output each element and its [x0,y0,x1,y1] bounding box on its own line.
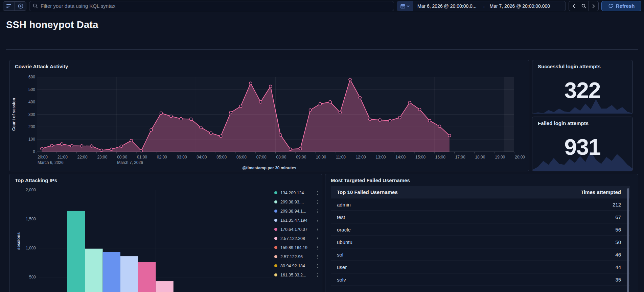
cowrie-x-tick: 05:00 [216,155,227,160]
legend-more-icon[interactable]: ⋮ [314,263,320,268]
bar-161.35.47.194[interactable] [120,256,138,292]
legend-item-2.57.122.208[interactable]: 2.57.122.208⋮ [274,234,320,243]
date-end[interactable]: Mar 7, 2026 @ 20:00:00.000 [486,3,554,9]
legend-item-209.38.94.1...[interactable]: 209.38.94.1...⋮ [274,206,320,216]
cowrie-y-tick: 600 [10,75,35,79]
date-start[interactable]: Mar 6, 2026 @ 20:00:00.0... [413,3,481,9]
bar-209.38.94.1...[interactable] [103,252,120,292]
legend-more-icon[interactable]: ⋮ [314,190,320,195]
calendar-icon [400,4,405,8]
cowrie-x-tick: 07:00 [256,155,267,160]
failed-usernames-table: Top 10 Failed Usernames Times attempted … [331,186,630,292]
topips-y-tick: 500 [11,275,36,279]
date-quick-select-button[interactable] [397,1,413,11]
legend-item-209.38.93....[interactable]: 209.38.93....⋮ [274,197,320,206]
page-title: SSH honeypot Data [6,19,98,30]
legend-more-icon[interactable]: ⋮ [314,236,320,241]
legend-more-icon[interactable]: ⋮ [314,199,320,204]
plus-circle-icon [18,3,23,9]
legend-more-icon[interactable]: ⋮ [314,254,320,259]
legend-more-icon[interactable]: ⋮ [314,245,320,250]
bar-134.209.124...[interactable] [67,211,85,292]
legend-item-2.57.122.96[interactable]: 2.57.122.96⋮ [274,252,320,261]
legend-item-159.89.164.19[interactable]: 159.89.164.19⋮ [274,243,320,252]
legend-label: 80.94.92.184 [280,264,314,268]
table-row: ubuntu50 [331,236,630,248]
legend-more-icon[interactable]: ⋮ [314,227,320,232]
time-zoom-button[interactable] [579,1,589,11]
username-cell: admin [331,202,576,208]
column-header-username[interactable]: Top 10 Failed Usernames [331,189,576,195]
legend-item-161.35.47.194[interactable]: 161.35.47.194⋮ [274,216,320,225]
successful-logins-value: 322 [532,77,632,103]
topips-plot-area[interactable] [39,190,273,292]
page-divider [6,49,638,50]
top-ips-legend: 134.209.124...⋮209.38.93....⋮209.38.94.1… [274,188,320,279]
times-attempted-cell: 35 [576,277,630,283]
bar-170.64.170.37[interactable] [138,262,156,292]
filter-controls [3,1,26,11]
table-row: user44 [331,261,630,273]
panel-most-targeted-usernames: Most Targeted Failed Usernames Top 10 Fa… [325,174,638,292]
legend-color-dot [274,228,277,231]
legend-color-dot [274,191,277,194]
column-header-times[interactable]: Times attempted [576,189,630,195]
refresh-label: Refresh [616,3,635,9]
legend-color-dot [274,219,277,222]
cowrie-y-tick: 300 [10,112,35,117]
cowrie-x-tick: 19:00 [495,155,505,160]
add-filter-button[interactable] [15,2,26,10]
legend-label: 161.35.47.194 [280,218,314,223]
panel-title: Cowrie Attack Activity [15,64,68,69]
chevron-down-icon [407,5,410,7]
table-row [331,286,630,292]
table-body: admin212test67oracle56ubuntu50sol46user4… [331,198,630,292]
cowrie-x-tick: 00:00 [117,155,127,160]
times-attempted-cell: 46 [576,252,630,258]
legend-label: 2.57.122.208 [280,236,314,241]
refresh-button[interactable]: Refresh [601,1,641,11]
cowrie-y-tick: 200 [10,124,35,129]
legend-color-dot [274,246,277,249]
cowrie-x-tick: 12:00 [356,155,366,160]
table-row: test67 [331,211,630,223]
time-forward-button[interactable] [589,1,598,11]
cowrie-x-axis-title: @timestamp per 30 minutes [9,166,529,170]
legend-item-134.209.124...[interactable]: 134.209.124...⋮ [274,188,320,197]
cowrie-x-tick: 14:00 [395,155,406,160]
cowrie-x-tick: 22:00 [77,155,88,160]
username-cell: ubuntu [331,239,576,245]
bar-209.38.93....[interactable] [85,249,102,292]
table-row: admin212 [331,198,630,211]
cowrie-y-tick: 100 [10,137,35,142]
legend-color-dot [274,264,277,267]
username-cell: test [331,214,576,220]
cowrie-plot-area[interactable] [37,77,516,154]
kql-search-box[interactable] [29,1,394,11]
panel-top-attacking-ips: Top Attacking IPs sessions 134.209.124..… [9,174,322,292]
legend-more-icon[interactable]: ⋮ [314,218,320,223]
kql-input[interactable] [41,3,390,9]
cowrie-x-tick: 23:00 [97,155,107,160]
legend-more-icon[interactable]: ⋮ [314,209,320,214]
cowrie-x-tick: 06:00 [236,155,247,160]
legend-item-80.94.92.184[interactable]: 80.94.92.184⋮ [274,261,320,270]
cowrie-x-tick: 01:00 [137,155,147,160]
cowrie-x-date-label: March 6, 2026 [38,160,64,165]
legend-label: 134.209.124... [280,191,314,195]
legend-item-161.35.33.2...[interactable]: 161.35.33.2...⋮ [274,270,320,279]
time-back-button[interactable] [569,1,579,11]
legend-color-dot [274,273,277,276]
cowrie-x-tick: 21:00 [58,155,68,160]
times-attempted-cell: 44 [576,264,630,270]
cowrie-x-tick: 03:00 [177,155,187,160]
bar-2.57.122.208[interactable] [156,281,174,292]
cowrie-x-tick: 09:00 [296,155,306,160]
cowrie-x-tick: 20:00 [515,155,525,160]
username-cell: user [331,264,576,270]
legend-item-170.64.170.37[interactable]: 170.64.170.37⋮ [274,225,320,234]
legend-more-icon[interactable]: ⋮ [314,272,320,277]
filter-button[interactable] [3,2,15,10]
cowrie-x-tick: 18:00 [475,155,485,160]
table-scrollbar[interactable] [627,188,629,292]
